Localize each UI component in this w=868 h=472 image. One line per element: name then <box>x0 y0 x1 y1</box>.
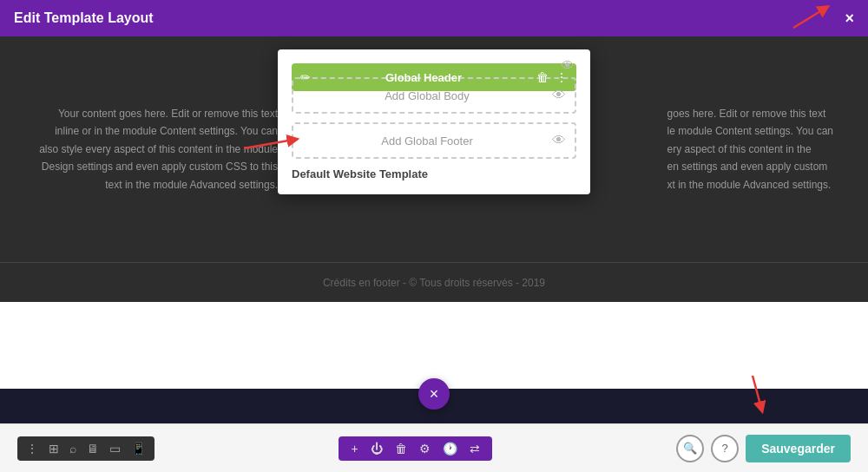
footer-area: Crédits en footer - © Tous droits réserv… <box>0 262 868 302</box>
desktop-icon[interactable]: 🖥 <box>87 442 99 456</box>
delete-icon[interactable]: 🗑 <box>395 442 407 456</box>
white-area <box>0 302 868 389</box>
default-template-label: Default Website Template <box>292 167 576 180</box>
left-content-text: Your content goes here. Edit or remove t… <box>35 105 278 193</box>
footer-credits-text: Crédits en footer - © Tous droits réserv… <box>323 277 545 289</box>
add-global-body-label: Add Global Body <box>302 89 552 102</box>
add-global-footer-container: Add Global Footer 👁 <box>292 122 576 159</box>
search-icon[interactable]: ⌕ <box>69 442 76 456</box>
bottom-toolbar: ⋮ ⊞ ⌕ 🖥 ▭ 📱 + ⏻ 🗑 ⚙ 🕐 ⇄ 🔍 ? Sauvegarder <box>0 423 868 472</box>
svg-line-1 <box>793 9 825 28</box>
center-toolbar: + ⏻ 🗑 ⚙ 🕐 ⇄ <box>339 436 491 461</box>
power-icon[interactable]: ⏻ <box>371 442 383 456</box>
page-title: Edit Template Layout <box>14 10 154 26</box>
save-button[interactable]: Sauvegarder <box>746 435 851 462</box>
search-circle-button[interactable]: 🔍 <box>676 435 704 462</box>
global-header-label: Global Header <box>318 71 529 84</box>
layout-icon[interactable]: ⇄ <box>470 442 480 456</box>
left-toolbar: ⋮ ⊞ ⌕ 🖥 ▭ 📱 <box>17 436 155 461</box>
main-content-area: Your content goes here. Edit or remove t… <box>0 36 868 262</box>
add-icon[interactable]: + <box>351 442 358 456</box>
pencil-icon: ✏ <box>300 70 311 84</box>
right-toolbar: 🔍 ? Sauvegarder <box>676 435 851 462</box>
history-icon[interactable]: 🕐 <box>443 442 457 456</box>
footer-eye-icon[interactable]: 👁 <box>552 133 566 148</box>
template-layout-modal: ✏ Global Header 🗑 ⋮ 👁 Add Global Body 👁 <box>278 49 590 194</box>
add-global-footer-label: Add Global Footer <box>302 134 552 148</box>
right-content-text: goes here. Edit or remove this text le m… <box>667 105 833 193</box>
dots-icon[interactable]: ⋮ <box>26 442 38 456</box>
top-bar: Edit Template Layout × <box>0 0 868 36</box>
settings-icon[interactable]: ⚙ <box>419 442 431 456</box>
add-global-footer-row[interactable]: Add Global Footer 👁 <box>292 122 576 159</box>
grid-icon[interactable]: ⊞ <box>49 442 59 456</box>
close-circle-button[interactable]: × <box>418 378 450 410</box>
body-eye-icon[interactable]: 👁 <box>552 88 566 103</box>
close-button[interactable]: × <box>845 10 854 28</box>
help-circle-button[interactable]: ? <box>711 435 739 462</box>
trash-icon[interactable]: 🗑 <box>536 70 549 84</box>
tablet-icon[interactable]: ▭ <box>109 442 121 456</box>
header-eye-icon[interactable]: 👁 <box>561 58 575 74</box>
mobile-icon[interactable]: 📱 <box>131 442 146 456</box>
